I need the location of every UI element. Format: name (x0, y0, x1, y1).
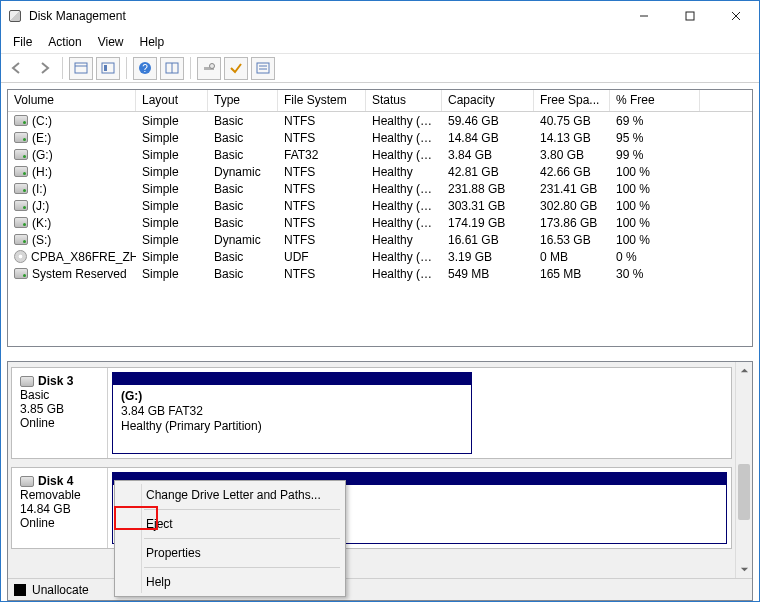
toolbar-check-button[interactable] (224, 57, 248, 80)
forward-button[interactable] (32, 57, 56, 80)
cell-pctfree: 100 % (610, 199, 700, 213)
cell-type: Basic (208, 250, 278, 264)
disk-info[interactable]: Disk 3Basic3.85 GBOnline (12, 368, 108, 458)
table-row[interactable]: (K:)SimpleBasicNTFSHealthy (P...174.19 G… (8, 214, 752, 231)
drive-icon (14, 149, 28, 160)
cell-free: 3.80 GB (534, 148, 610, 162)
disk-status: Online (20, 516, 99, 530)
col-status[interactable]: Status (366, 90, 442, 111)
scroll-track[interactable] (736, 379, 752, 561)
volume-name: (H:) (32, 165, 52, 179)
scroll-down-button[interactable] (736, 561, 752, 578)
col-layout[interactable]: Layout (136, 90, 208, 111)
vertical-scrollbar[interactable] (735, 362, 752, 578)
partition[interactable]: (G:)3.84 GB FAT32Healthy (Primary Partit… (112, 372, 472, 454)
menu-action[interactable]: Action (40, 33, 89, 51)
cell-layout: Simple (136, 165, 208, 179)
back-button[interactable] (5, 57, 29, 80)
disk-icon (20, 476, 34, 487)
menu-help[interactable]: Help (132, 33, 173, 51)
menu-file[interactable]: File (5, 33, 40, 51)
cell-layout: Simple (136, 199, 208, 213)
cell-status: Healthy (B... (366, 114, 442, 128)
cell-free: 173.86 GB (534, 216, 610, 230)
cell-pctfree: 69 % (610, 114, 700, 128)
toolbar-more-button[interactable] (251, 57, 275, 80)
table-row[interactable]: (H:)SimpleDynamicNTFSHealthy42.81 GB42.6… (8, 163, 752, 180)
table-row[interactable]: (J:)SimpleBasicNTFSHealthy (P...303.31 G… (8, 197, 752, 214)
cell-type: Basic (208, 216, 278, 230)
cell-type: Basic (208, 148, 278, 162)
context-menu-change-drive-letter[interactable]: Change Drive Letter and Paths... (118, 484, 342, 506)
disk-status: Online (20, 416, 99, 430)
cell-filesystem: NTFS (278, 267, 366, 281)
cell-pctfree: 0 % (610, 250, 700, 264)
col-type[interactable]: Type (208, 90, 278, 111)
disk-bus: Removable (20, 488, 99, 502)
col-free[interactable]: Free Spa... (534, 90, 610, 111)
context-menu-help[interactable]: Help (118, 571, 342, 593)
col-capacity[interactable]: Capacity (442, 90, 534, 111)
menu-view[interactable]: View (90, 33, 132, 51)
scroll-up-button[interactable] (736, 362, 752, 379)
refresh-button[interactable] (160, 57, 184, 80)
cell-volume: (J:) (8, 199, 136, 213)
svg-rect-0 (686, 12, 694, 20)
table-row[interactable]: (E:)SimpleBasicNTFSHealthy (P...14.84 GB… (8, 129, 752, 146)
col-filesystem[interactable]: File System (278, 90, 366, 111)
disk-size: 14.84 GB (20, 502, 99, 516)
toolbar-settings-button[interactable] (197, 57, 221, 80)
disk-size: 3.85 GB (20, 402, 99, 416)
close-button[interactable] (713, 1, 759, 31)
toolbar-separator (126, 57, 127, 79)
context-menu-separator (144, 538, 340, 539)
table-row[interactable]: (C:)SimpleBasicNTFSHealthy (B...59.46 GB… (8, 112, 752, 129)
menu-bar: File Action View Help (1, 31, 759, 53)
cell-volume: CPBA_X86FRE_ZH... (8, 250, 136, 264)
drive-icon (14, 115, 28, 126)
volume-header-row: Volume Layout Type File System Status Ca… (8, 90, 752, 112)
disk-icon (20, 376, 34, 387)
cell-free: 40.75 GB (534, 114, 610, 128)
table-row[interactable]: (I:)SimpleBasicNTFSHealthy (P...231.88 G… (8, 180, 752, 197)
cell-layout: Simple (136, 114, 208, 128)
context-menu-eject[interactable]: Eject (118, 513, 342, 535)
maximize-button[interactable] (667, 1, 713, 31)
cell-type: Basic (208, 267, 278, 281)
partition-size: 3.84 GB FAT32 (121, 404, 463, 419)
table-row[interactable]: (S:)SimpleDynamicNTFSHealthy16.61 GB16.5… (8, 231, 752, 248)
cell-type: Basic (208, 182, 278, 196)
cell-status: Healthy (P... (366, 131, 442, 145)
col-pctfree[interactable]: % Free (610, 90, 700, 111)
cell-volume: (K:) (8, 216, 136, 230)
table-row[interactable]: System ReservedSimpleBasicNTFSHealthy (S… (8, 265, 752, 282)
help-button[interactable]: ? (133, 57, 157, 80)
cell-status: Healthy (P... (366, 250, 442, 264)
toolbar-properties-button[interactable] (96, 57, 120, 80)
showhide-tree-button[interactable] (69, 57, 93, 80)
context-menu-properties[interactable]: Properties (118, 542, 342, 564)
disk-info[interactable]: Disk 4Removable14.84 GBOnline (12, 468, 108, 548)
cell-filesystem: NTFS (278, 216, 366, 230)
drive-icon (14, 183, 28, 194)
cell-free: 14.13 GB (534, 131, 610, 145)
scroll-thumb[interactable] (738, 464, 750, 520)
cell-filesystem: NTFS (278, 233, 366, 247)
cell-volume: (H:) (8, 165, 136, 179)
cell-capacity: 3.84 GB (442, 148, 534, 162)
cell-status: Healthy (P... (366, 182, 442, 196)
minimize-button[interactable] (621, 1, 667, 31)
svg-rect-1 (75, 63, 87, 73)
volume-name: (K:) (32, 216, 51, 230)
app-icon (7, 8, 23, 24)
table-row[interactable]: CPBA_X86FRE_ZH...SimpleBasicUDFHealthy (… (8, 248, 752, 265)
col-volume[interactable]: Volume (8, 90, 136, 111)
volume-name: CPBA_X86FRE_ZH... (31, 250, 136, 264)
cell-layout: Simple (136, 267, 208, 281)
drive-icon (14, 132, 28, 143)
legend-unallocated-label: Unallocate (32, 583, 89, 597)
table-row[interactable]: (G:)SimpleBasicFAT32Healthy (P...3.84 GB… (8, 146, 752, 163)
cell-layout: Simple (136, 182, 208, 196)
context-menu-gutter (141, 484, 142, 593)
svg-text:?: ? (142, 63, 148, 74)
